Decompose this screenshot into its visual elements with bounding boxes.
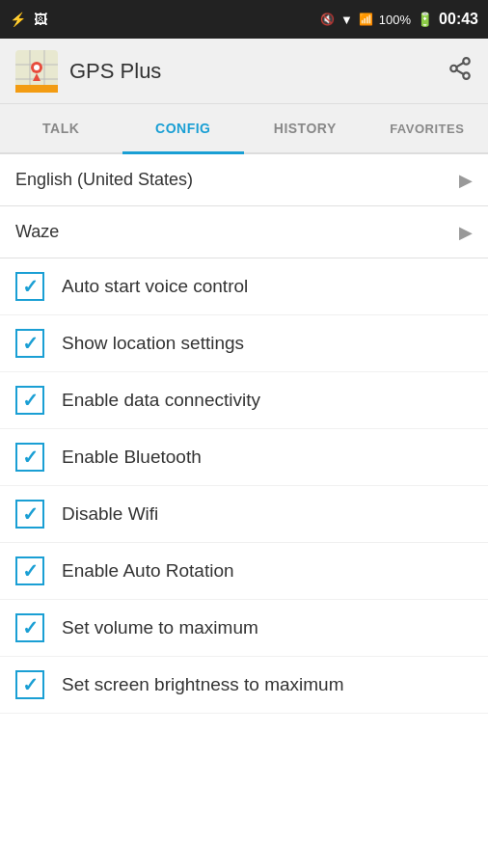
svg-rect-8 — [15, 85, 58, 93]
checkbox-item-set-brightness[interactable]: Set screen brightness to maximum — [0, 657, 488, 714]
checkbox-set-brightness[interactable] — [15, 670, 44, 699]
svg-point-6 — [34, 65, 40, 70]
checkbox-item-enable-auto-rotation[interactable]: Enable Auto Rotation — [0, 543, 488, 600]
tab-bar: TALK CONFIG HISTORY FAVORITES — [0, 104, 488, 154]
checkbox-enable-data[interactable] — [15, 386, 44, 415]
checkbox-list: Auto start voice control Show location s… — [0, 258, 488, 714]
language-dropdown[interactable]: English (United States) ▶ — [0, 154, 488, 206]
wifi-icon: ▼ — [340, 13, 353, 27]
checkbox-label-enable-auto-rotation: Enable Auto Rotation — [62, 560, 234, 582]
navapp-dropdown-arrow: ▶ — [459, 222, 473, 243]
checkbox-auto-start-voice[interactable] — [15, 272, 44, 301]
language-dropdown-arrow: ▶ — [459, 170, 473, 191]
battery-percentage: 100% — [379, 13, 411, 27]
checkbox-item-show-location[interactable]: Show location settings — [0, 315, 488, 372]
navapp-label: Waze — [15, 222, 59, 242]
checkbox-enable-auto-rotation[interactable] — [15, 556, 44, 585]
language-label: English (United States) — [15, 170, 193, 190]
share-button[interactable] — [447, 56, 473, 87]
status-bar: ⚡ 🖼 🔇 ▼ 📶 100% 🔋 00:43 — [0, 0, 488, 39]
status-time: 00:43 — [439, 11, 478, 28]
navapp-dropdown[interactable]: Waze ▶ — [0, 206, 488, 258]
svg-line-12 — [456, 69, 463, 73]
status-bar-right: 🔇 ▼ 📶 100% 🔋 00:43 — [320, 11, 478, 28]
checkbox-item-enable-bluetooth[interactable]: Enable Bluetooth — [0, 429, 488, 486]
tab-favorites[interactable]: FAVORITES — [366, 104, 489, 152]
checkbox-label-auto-start-voice: Auto start voice control — [62, 276, 248, 297]
mute-icon: 🔇 — [320, 13, 335, 26]
checkbox-item-disable-wifi[interactable]: Disable Wifi — [0, 486, 488, 543]
app-icon — [15, 50, 58, 93]
battery-icon: 🔋 — [417, 12, 433, 27]
checkbox-label-set-volume: Set volume to maximum — [62, 617, 258, 638]
signal-icon: 📶 — [359, 13, 373, 26]
tab-talk[interactable]: TALK — [0, 104, 122, 152]
checkbox-item-auto-start-voice[interactable]: Auto start voice control — [0, 258, 488, 315]
checkbox-show-location[interactable] — [15, 329, 44, 358]
checkbox-item-set-volume[interactable]: Set volume to maximum — [0, 600, 488, 657]
checkbox-label-enable-bluetooth: Enable Bluetooth — [62, 447, 202, 468]
checkbox-label-disable-wifi: Disable Wifi — [62, 503, 158, 525]
checkbox-label-show-location: Show location settings — [62, 333, 244, 354]
tab-config[interactable]: CONFIG — [122, 104, 245, 152]
tab-history[interactable]: HISTORY — [244, 104, 366, 152]
checkbox-item-enable-data[interactable]: Enable data connectivity — [0, 372, 488, 429]
checkbox-label-set-brightness: Set screen brightness to maximum — [62, 674, 344, 695]
status-bar-left: ⚡ 🖼 — [10, 12, 47, 27]
checkbox-disable-wifi[interactable] — [15, 500, 44, 529]
usb-icon: ⚡ — [10, 12, 26, 27]
app-header: GPS Plus — [0, 39, 488, 104]
checkbox-set-volume[interactable] — [15, 613, 44, 642]
app-title: GPS Plus — [69, 59, 161, 84]
checkbox-label-enable-data: Enable data connectivity — [62, 390, 260, 411]
image-icon: 🖼 — [34, 12, 47, 27]
checkbox-enable-bluetooth[interactable] — [15, 443, 44, 472]
app-header-left: GPS Plus — [15, 50, 161, 93]
svg-line-13 — [456, 63, 463, 67]
